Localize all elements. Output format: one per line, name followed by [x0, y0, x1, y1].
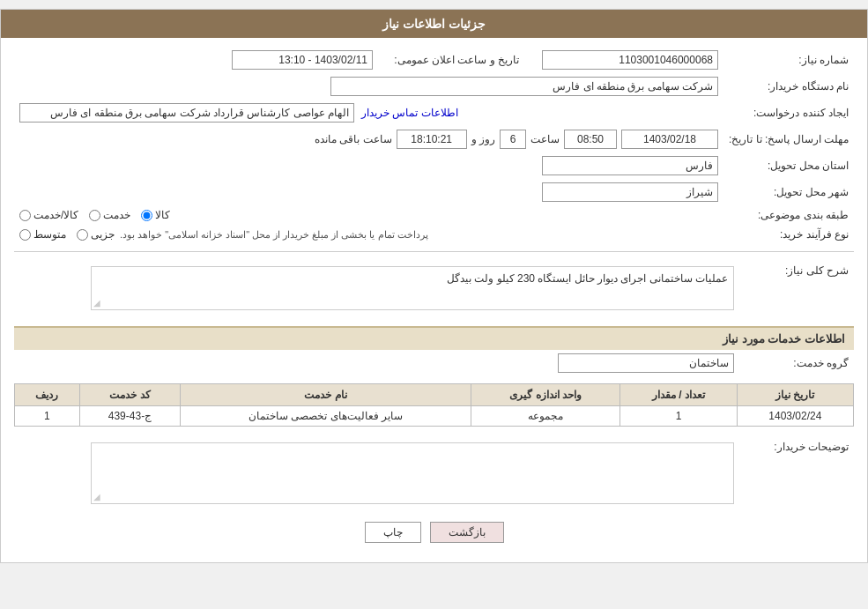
- cell-quantity: 1: [620, 406, 737, 427]
- description-label: شرح کلی نیاز:: [785, 264, 849, 277]
- page-title: جزئیات اطلاعات نیاز: [382, 17, 486, 31]
- creator-value: الهام عواصی کارشناس قرارداد شرکت سهامی ب…: [19, 103, 354, 123]
- announce-label: تاریخ و ساعت اعلان عمومی:: [394, 54, 519, 66]
- purchase-type-note: پرداخت تمام یا بخشی از مبلغ خریدار از مح…: [120, 229, 428, 241]
- footer-buttons: بازگشت چاپ: [14, 511, 854, 553]
- contact-link[interactable]: اطلاعات تماس خریدار: [361, 107, 458, 119]
- creator-label: ایجاد کننده درخواست:: [753, 107, 849, 119]
- purchase-type-label: نوع فرآیند خرید:: [780, 228, 849, 241]
- category-option-khedmat[interactable]: خدمت: [89, 209, 130, 221]
- category-option-kala-khedmat[interactable]: کالا/خدمت: [19, 209, 78, 221]
- cell-service-name: سایر فعالیت‌های تخصصی ساختمان: [180, 406, 471, 427]
- province-value: فارس: [542, 156, 718, 175]
- send-days-value: 6: [500, 130, 526, 149]
- send-clock-value: 18:10:21: [397, 130, 467, 149]
- page-header: جزئیات اطلاعات نیاز: [1, 10, 867, 38]
- order-number-label: شماره نیاز:: [798, 54, 849, 66]
- main-info-table: شماره نیاز: 1103001046000068 تاریخ و ساع…: [14, 47, 854, 244]
- city-label: شهر محل تحویل:: [774, 186, 849, 198]
- send-time-label: ساعت: [530, 133, 560, 145]
- services-section-label: اطلاعات خدمات مورد نیاز: [723, 332, 845, 345]
- table-row: 1403/02/24 1 مجموعه سایر فعالیت‌های تخصص…: [15, 406, 854, 427]
- description-value: عملیات ساختمانی اجرای دیوار حائل ایستگاه…: [447, 272, 728, 285]
- announce-value: 1403/02/11 - 13:10: [232, 50, 373, 70]
- purchase-type-motavaset[interactable]: متوسط: [19, 228, 66, 241]
- buyer-org-value: شرکت سهامی برق منطقه ای فارس: [330, 77, 718, 96]
- service-group-table: گروه خدمت: ساختمان: [14, 350, 854, 376]
- resize-icon-2: ◢: [93, 492, 100, 501]
- services-table: تاریخ نیاز تعداد / مقدار واحد اندازه گیر…: [14, 383, 854, 427]
- send-time-value: 08:50: [564, 130, 617, 149]
- description-table: شرح کلی نیاز: عملیات ساختمانی اجرای دیوا…: [14, 259, 854, 317]
- remaining-label: ساعت باقی مانده: [315, 133, 392, 145]
- back-button[interactable]: بازگشت: [430, 522, 504, 543]
- send-deadline-label: مهلت ارسال پاسخ: تا تاریخ:: [729, 133, 849, 145]
- col-header-row-num: ردیف: [15, 384, 80, 406]
- cell-unit: مجموعه: [471, 406, 620, 427]
- cell-row-num: 1: [15, 406, 80, 427]
- purchase-type-radio-group: متوسط جزیی: [19, 228, 115, 241]
- col-header-date: تاریخ نیاز: [737, 384, 853, 406]
- print-button[interactable]: چاپ: [365, 522, 421, 543]
- description-box: عملیات ساختمانی اجرای دیوار حائل ایستگاه…: [91, 266, 734, 310]
- category-option-kala[interactable]: کالا: [141, 209, 170, 221]
- buyer-org-label: نام دستگاه خریدار:: [768, 80, 849, 93]
- cell-service-code: ج-43-439: [79, 406, 180, 427]
- category-radio-group: کالا/خدمت خدمت کالا: [19, 209, 718, 221]
- service-group-value: ساختمان: [558, 353, 734, 373]
- services-section-header: اطلاعات خدمات مورد نیاز: [14, 326, 854, 350]
- buyer-desc-box: ◢: [91, 442, 734, 504]
- buyer-desc-label: توضیحات خریدار:: [774, 441, 849, 453]
- buyer-desc-table: توضیحات خریدار: ◢: [14, 435, 854, 511]
- col-header-unit: واحد اندازه گیری: [471, 384, 620, 406]
- province-label: استان محل تحویل:: [768, 160, 849, 172]
- col-header-quantity: تعداد / مقدار: [620, 384, 737, 406]
- purchase-type-jozi[interactable]: جزیی: [77, 228, 115, 241]
- col-header-service-code: کد خدمت: [79, 384, 180, 406]
- order-number-value: 1103001046000068: [542, 50, 718, 70]
- city-value: شیراز: [542, 182, 718, 202]
- resize-icon: ◢: [93, 298, 100, 308]
- send-date-value: 1403/02/18: [621, 130, 718, 149]
- col-header-service-name: نام خدمت: [180, 384, 471, 406]
- cell-date: 1403/02/24: [737, 406, 853, 427]
- service-group-label: گروه خدمت:: [793, 357, 849, 369]
- category-label: طبقه بندی موضوعی:: [758, 209, 849, 221]
- send-days-label: روز و: [471, 133, 495, 145]
